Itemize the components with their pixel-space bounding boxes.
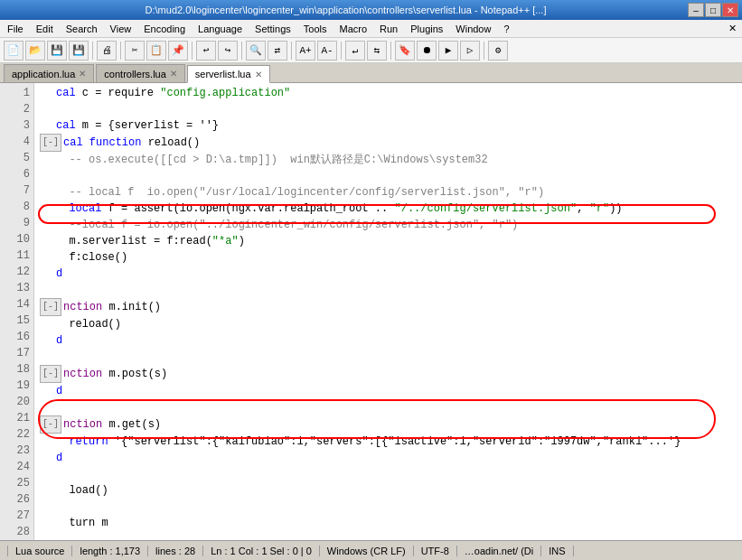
window-title: D:\mud2.0\logincenter\logincenter_win\ap… — [4, 5, 688, 15]
window-controls: – □ ✕ — [688, 3, 738, 17]
code-line-27: turn m — [40, 515, 737, 531]
menu-encoding[interactable]: Encoding — [138, 22, 191, 36]
new-button[interactable]: 📄 — [4, 41, 23, 61]
code-text-1: cal c = require "config.application" — [56, 85, 290, 101]
code-line-25: load() — [40, 482, 737, 499]
code-line-22: return '{"serverlist":{"kaifubiao":1,"se… — [40, 434, 737, 450]
wrap-button[interactable]: ↵ — [345, 41, 365, 61]
sync-button[interactable]: ⇆ — [367, 41, 387, 61]
code-line-12: d — [40, 266, 737, 282]
menu-search[interactable]: Search — [61, 22, 103, 36]
save-button[interactable]: 💾 — [47, 41, 67, 61]
minimize-button[interactable]: – — [688, 3, 704, 17]
redo-button[interactable]: ↪ — [218, 41, 238, 61]
close-doc-button[interactable]: ✕ — [728, 23, 740, 34]
toolbar: 📄 📂 💾 💾 🖨 ✂ 📋 📌 ↩ ↪ 🔍 ⇄ A+ A- ↵ ⇆ 🔖 ⏺ ▶ … — [0, 38, 742, 63]
options-button[interactable]: ⚙ — [488, 41, 508, 61]
code-line-28 — [40, 531, 737, 540]
tab-serverlist-lua-label: serverlist.lua — [195, 69, 251, 79]
menu-edit[interactable]: Edit — [31, 22, 59, 36]
menu-file[interactable]: File — [2, 22, 29, 36]
code-text-19: d — [56, 383, 62, 399]
toolbar-separator-3 — [192, 42, 193, 60]
menu-bar: File Edit Search View Encoding Language … — [0, 20, 742, 38]
tab-controllers-lua-close[interactable]: ✕ — [170, 69, 177, 79]
undo-button[interactable]: ↩ — [196, 41, 216, 61]
code-line-6 — [40, 168, 737, 184]
print-button[interactable]: 🖨 — [97, 41, 117, 61]
fold-marker-14[interactable]: [-] — [40, 298, 61, 316]
code-line-11: f:close() — [40, 249, 737, 266]
tab-serverlist-lua[interactable]: serverlist.lua ✕ — [187, 65, 270, 83]
code-line-8: local f = assert(io.open(ngx.var.realpat… — [40, 201, 737, 217]
fold-marker-4[interactable]: [-] — [40, 134, 61, 152]
code-text-9: --local f = io.open("../logincenter_win/… — [56, 217, 518, 233]
fold-marker-21[interactable]: [-] — [40, 415, 61, 434]
close-button[interactable]: ✕ — [722, 3, 738, 17]
open-button[interactable]: 📂 — [25, 41, 45, 61]
code-text-27: turn m — [56, 515, 108, 531]
tab-application-lua-close[interactable]: ✕ — [79, 69, 86, 79]
code-line-24 — [40, 466, 737, 482]
run-button[interactable]: ▷ — [460, 41, 480, 61]
menu-tools[interactable]: Tools — [298, 22, 333, 36]
cut-button[interactable]: ✂ — [125, 41, 145, 61]
toolbar-separator-7 — [390, 42, 391, 60]
menu-macro[interactable]: Macro — [333, 22, 372, 36]
code-line-1: cal c = require "config.application" — [40, 85, 737, 101]
code-text-7: -- local f io.open("/usr/local/logincent… — [56, 184, 544, 201]
code-text-16: d — [56, 332, 62, 349]
code-line-3: cal m = {serverlist = ''} — [40, 117, 737, 134]
code-line-2 — [40, 101, 737, 117]
paste-button[interactable]: 📌 — [168, 41, 188, 61]
code-line-21: [-]nction m.get(s) — [40, 415, 737, 434]
tab-controllers-lua-label: controllers.lua — [104, 69, 165, 79]
tab-serverlist-lua-close[interactable]: ✕ — [255, 70, 262, 79]
toolbar-separator-6 — [341, 42, 342, 60]
menu-help[interactable]: ? — [498, 22, 514, 36]
status-encoding: UTF-8 — [414, 546, 457, 556]
code-line-13 — [40, 282, 737, 298]
toolbar-separator-1 — [92, 42, 93, 60]
menu-run[interactable]: Run — [374, 22, 403, 36]
code-area[interactable]: cal c = require "config.application"cal … — [34, 83, 742, 540]
find-button[interactable]: 🔍 — [246, 41, 266, 61]
zoom-in-button[interactable]: A+ — [296, 41, 315, 61]
tab-application-lua-label: application.lua — [12, 69, 75, 79]
toolbar-separator-4 — [241, 42, 242, 60]
menu-view[interactable]: View — [105, 22, 137, 36]
code-text-12: d — [56, 266, 62, 282]
macro-play-button[interactable]: ▶ — [438, 41, 458, 61]
code-line-23: d — [40, 450, 737, 466]
macro-rec-button[interactable]: ⏺ — [417, 41, 437, 61]
tab-application-lua[interactable]: application.lua ✕ — [4, 64, 94, 82]
status-file-type: Lua source — [7, 546, 72, 556]
toolbar-separator-5 — [291, 42, 292, 60]
code-line-10: m.serverlist = f:read("*a") — [40, 233, 737, 249]
code-text-23: d — [56, 450, 62, 466]
code-line-15: reload() — [40, 316, 737, 332]
code-text-21: nction m.get(s) — [63, 416, 161, 433]
code-line-7: -- local f io.open("/usr/local/logincent… — [40, 184, 737, 201]
status-line-ending: Windows (CR LF) — [320, 546, 414, 556]
bookmark-button[interactable]: 🔖 — [395, 41, 415, 61]
code-text-5: -- os.execute([[cd > D:\a.tmp]]) win默认路径… — [56, 152, 488, 168]
maximize-button[interactable]: □ — [705, 3, 721, 17]
tab-controllers-lua[interactable]: controllers.lua ✕ — [96, 64, 184, 82]
menu-settings[interactable]: Settings — [249, 22, 296, 36]
save-all-button[interactable]: 💾 — [69, 41, 89, 61]
replace-button[interactable]: ⇄ — [268, 41, 287, 61]
menu-plugins[interactable]: Plugins — [405, 22, 448, 36]
menu-language[interactable]: Language — [193, 22, 248, 36]
status-insert-mode: INS — [541, 546, 573, 556]
zoom-out-button[interactable]: A- — [317, 41, 337, 61]
code-line-4: [-]cal function reload() — [40, 134, 737, 152]
menu-window[interactable]: Window — [450, 22, 496, 36]
code-text-4: cal function reload() — [63, 135, 200, 151]
fold-marker-18[interactable]: [-] — [40, 365, 61, 383]
status-extra: …oadin.net/ (Di — [457, 546, 541, 556]
code-line-16: d — [40, 332, 737, 349]
toolbar-separator-8 — [484, 42, 484, 60]
copy-button[interactable]: 📋 — [146, 41, 166, 61]
code-text-11: f:close() — [56, 249, 127, 266]
